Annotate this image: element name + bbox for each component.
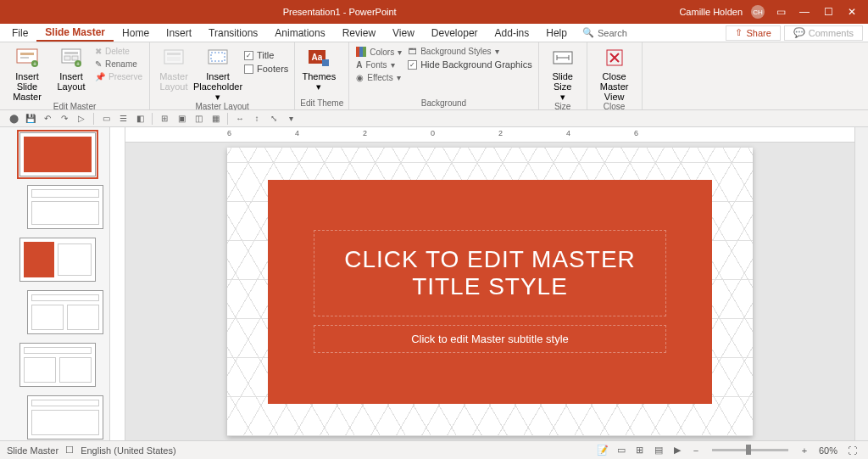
effects-button[interactable]: ◉Effects▾ (354, 72, 403, 83)
master-layout-label: Master Layout (155, 71, 192, 92)
qat-more-icon[interactable]: ▾ (284, 112, 298, 126)
delete-button[interactable]: ✖Delete (93, 46, 144, 57)
hide-bg-graphics-checkbox[interactable]: ✓Hide Background Graphics (407, 59, 532, 70)
tab-help[interactable]: Help (537, 24, 576, 42)
tab-review[interactable]: Review (334, 24, 384, 42)
tab-home[interactable]: Home (114, 24, 158, 42)
zoom-level[interactable]: 60% (819, 445, 837, 456)
title-placeholder[interactable]: Click to edit Master title style (314, 230, 666, 316)
layout-thumbnail[interactable] (27, 290, 103, 334)
svg-text:Aa: Aa (312, 53, 323, 62)
reading-view-icon[interactable]: ▤ (650, 444, 667, 457)
themes-label: Themes▾ (302, 71, 336, 92)
title-checkbox[interactable]: ✓Title (243, 49, 289, 61)
preserve-button[interactable]: 📌Preserve (93, 71, 144, 82)
qat-icon[interactable]: ▣ (175, 112, 188, 126)
fit-to-window-icon[interactable]: ⛶ (843, 444, 860, 457)
qat-icon[interactable]: ◧ (133, 112, 147, 126)
master-layout-button[interactable]: Master Layout (155, 44, 192, 92)
slide-canvas[interactable]: Click to edit Master title style Click t… (125, 143, 854, 440)
group-edit-master: + Insert Slide Master + Insert Layout ✖D… (0, 42, 150, 109)
zoom-out-button[interactable]: − (687, 444, 704, 457)
qat-icon[interactable]: ⊞ (158, 112, 171, 126)
qat-icon[interactable]: ◫ (192, 112, 205, 126)
search-icon: 🔍 (582, 27, 594, 38)
fonts-button[interactable]: AFonts▾ (354, 59, 403, 70)
qat-icon[interactable]: ↔ (233, 112, 247, 126)
qat-icon[interactable]: ☰ (116, 112, 130, 126)
colors-button[interactable]: Colors▾ (354, 46, 403, 58)
ribbon-display-options-icon[interactable]: ▭ (773, 6, 788, 18)
tab-view[interactable]: View (384, 24, 423, 42)
layout-thumbnail[interactable] (19, 343, 96, 387)
autosave-toggle[interactable]: ⬤ (7, 112, 20, 126)
tab-developer[interactable]: Developer (423, 24, 487, 42)
svg-text:+: + (76, 61, 80, 67)
comments-button[interactable]: 💬 Comments (784, 25, 863, 41)
save-icon[interactable]: 💾 (24, 112, 37, 126)
tab-animations[interactable]: Animations (266, 24, 333, 42)
rename-button[interactable]: ✎Rename (93, 59, 144, 70)
start-from-beginning-icon[interactable]: ▷ (75, 112, 88, 126)
maximize-icon[interactable]: ☐ (821, 6, 836, 18)
tab-transitions[interactable]: Transitions (200, 24, 266, 42)
insert-slide-master-button[interactable]: + Insert Slide Master (5, 44, 49, 102)
slide-sorter-icon[interactable]: ⊞ (632, 444, 648, 457)
redo-icon[interactable]: ↷ (58, 112, 71, 126)
close-master-view-button[interactable]: Close Master View (593, 44, 637, 102)
group-background: Colors▾ AFonts▾ ◉Effects▾ 🗔Background St… (349, 42, 538, 109)
colors-icon (356, 47, 366, 57)
qat-icon[interactable]: ▦ (209, 112, 222, 126)
status-language[interactable]: English (United States) (81, 445, 176, 456)
qat-icon[interactable]: ⤡ (267, 112, 281, 126)
slideshow-icon[interactable]: ▶ (669, 444, 686, 457)
layout-thumbnail[interactable] (19, 238, 96, 282)
layout-thumbnail[interactable] (27, 395, 103, 439)
footers-checkbox[interactable]: Footers (243, 63, 289, 75)
zoom-slider[interactable] (712, 449, 788, 451)
user-name[interactable]: Camille Holden (679, 7, 743, 17)
themes-button[interactable]: Aa Themes▾ (300, 44, 337, 92)
preserve-icon: 📌 (95, 72, 105, 81)
share-label: Share (746, 28, 771, 38)
quick-access-toolbar: ⬤ 💾 ↶ ↷ ▷ ▭ ☰ ◧ ⊞ ▣ ◫ ▦ ↔ ↕ ⤡ ▾ (0, 110, 868, 127)
tab-insert[interactable]: Insert (158, 24, 200, 42)
subtitle-placeholder[interactable]: Click to edit Master subtitle style (314, 325, 666, 353)
slide-master-thumbnail[interactable] (19, 132, 96, 176)
share-icon: ⇧ (735, 27, 743, 38)
tab-slide-master[interactable]: Slide Master (36, 24, 114, 42)
tab-file[interactable]: File (3, 24, 36, 42)
insert-placeholder-button[interactable]: Insert Placeholder ▾ (196, 44, 240, 102)
size-icon (551, 46, 575, 70)
vertical-scrollbar[interactable] (854, 127, 868, 440)
group-close: Close Master View Close (587, 42, 643, 109)
share-button[interactable]: ⇧ Share (726, 25, 780, 41)
qat-icon[interactable]: ▭ (99, 112, 113, 126)
undo-icon[interactable]: ↶ (41, 112, 54, 126)
search-box[interactable]: 🔍 Search (576, 27, 634, 38)
status-mode[interactable]: Slide Master (7, 445, 58, 456)
slide-size-button[interactable]: Slide Size▾ (544, 44, 581, 102)
normal-view-icon[interactable]: ▭ (613, 444, 630, 457)
tab-addins[interactable]: Add-ins (487, 24, 538, 42)
svg-rect-1 (20, 53, 34, 55)
slide[interactable]: Click to edit Master title style Click t… (227, 148, 753, 436)
zoom-in-button[interactable]: + (796, 444, 813, 457)
user-avatar[interactable]: CH (751, 5, 765, 19)
group-edit-theme: Aa Themes▾ Edit Theme (295, 42, 349, 109)
placeholder-icon (206, 46, 230, 70)
content-area: Click to edit Master title style Click t… (268, 180, 712, 404)
close-window-icon[interactable]: ✕ (844, 6, 860, 18)
minimize-icon[interactable]: — (797, 6, 812, 18)
notes-button[interactable]: 📝 (594, 444, 611, 457)
layout-icon: + (59, 46, 83, 70)
background-styles-button[interactable]: 🗔Background Styles▾ (407, 46, 532, 57)
ribbon: + Insert Slide Master + Insert Layout ✖D… (0, 42, 868, 110)
qat-icon[interactable]: ↕ (250, 112, 264, 126)
layout-thumbnail[interactable] (27, 185, 103, 229)
thumbnail-pane[interactable] (0, 127, 110, 440)
accessibility-icon[interactable]: ☐ (65, 445, 74, 456)
insert-layout-button[interactable]: + Insert Layout (53, 44, 90, 92)
svg-rect-18 (322, 59, 329, 66)
svg-rect-6 (64, 52, 78, 54)
